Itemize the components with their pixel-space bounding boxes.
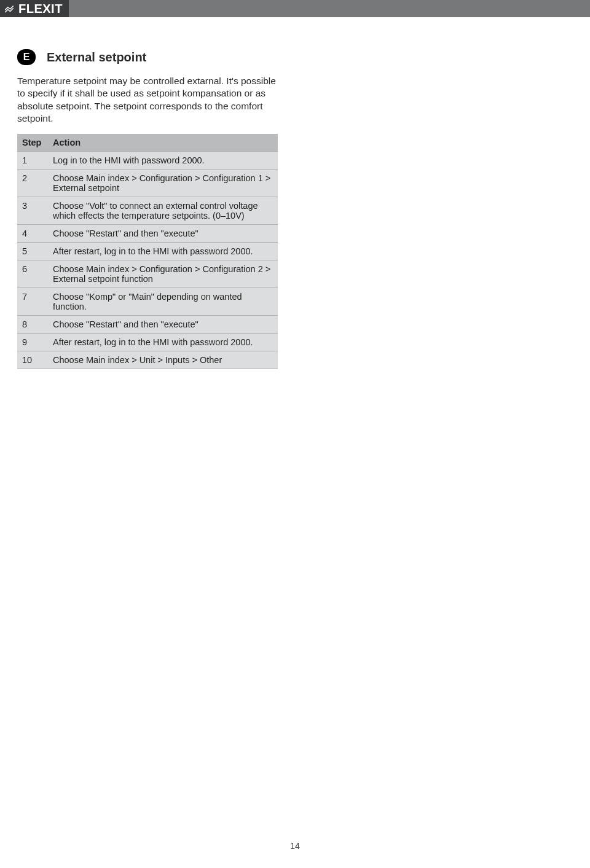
cell-step: 10 [17, 351, 48, 369]
cell-action: Choose Main index > Configuration > Conf… [48, 260, 278, 287]
cell-action: Choose Main index > Unit > Inputs > Othe… [48, 351, 278, 369]
table-row: 7 Choose "Komp" or "Main" depending on w… [17, 287, 278, 315]
table-row: 5 After restart, log in to the HMI with … [17, 242, 278, 260]
topbar: FLEXIT [0, 0, 590, 17]
cell-action: Choose "Komp" or "Main" depending on wan… [48, 287, 278, 315]
table-header-row: Step Action [17, 134, 278, 152]
cell-step: 7 [17, 287, 48, 315]
table-row: 8 Choose "Restart" and then "execute" [17, 315, 278, 333]
col-header-action: Action [48, 134, 278, 152]
cell-step: 9 [17, 333, 48, 351]
cell-step: 8 [17, 315, 48, 333]
cell-action: Choose "Restart" and then "execute" [48, 224, 278, 242]
brand-logo-icon [4, 3, 15, 14]
table-row: 9 After restart, log in to the HMI with … [17, 333, 278, 351]
cell-step: 4 [17, 224, 48, 242]
cell-step: 5 [17, 242, 48, 260]
cell-step: 1 [17, 151, 48, 169]
section-heading: E External setpoint [17, 49, 278, 65]
steps-table: Step Action 1 Log in to the HMI with pas… [17, 134, 278, 369]
brand-name: FLEXIT [18, 2, 63, 16]
table-row: 10 Choose Main index > Unit > Inputs > O… [17, 351, 278, 369]
cell-action: Choose Main index > Configuration > Conf… [48, 169, 278, 197]
section-intro: Temperature setpoint may be controlled e… [17, 75, 278, 125]
cell-step: 3 [17, 197, 48, 224]
table-row: 6 Choose Main index > Configuration > Co… [17, 260, 278, 287]
table-row: 1 Log in to the HMI with password 2000. [17, 151, 278, 169]
section-title: External setpoint [47, 50, 146, 65]
cell-action: After restart, log in to the HMI with pa… [48, 333, 278, 351]
table-row: 3 Choose "Volt" to connect an external c… [17, 197, 278, 224]
cell-action: Choose "Volt" to connect an external con… [48, 197, 278, 224]
col-header-step: Step [17, 134, 48, 152]
cell-step: 6 [17, 260, 48, 287]
cell-step: 2 [17, 169, 48, 197]
cell-action: Choose "Restart" and then "execute" [48, 315, 278, 333]
section-badge: E [17, 49, 36, 65]
brand-block: FLEXIT [0, 0, 69, 17]
table-row: 2 Choose Main index > Configuration > Co… [17, 169, 278, 197]
page-number: 14 [0, 841, 590, 851]
cell-action: Log in to the HMI with password 2000. [48, 151, 278, 169]
cell-action: After restart, log in to the HMI with pa… [48, 242, 278, 260]
table-row: 4 Choose "Restart" and then "execute" [17, 224, 278, 242]
